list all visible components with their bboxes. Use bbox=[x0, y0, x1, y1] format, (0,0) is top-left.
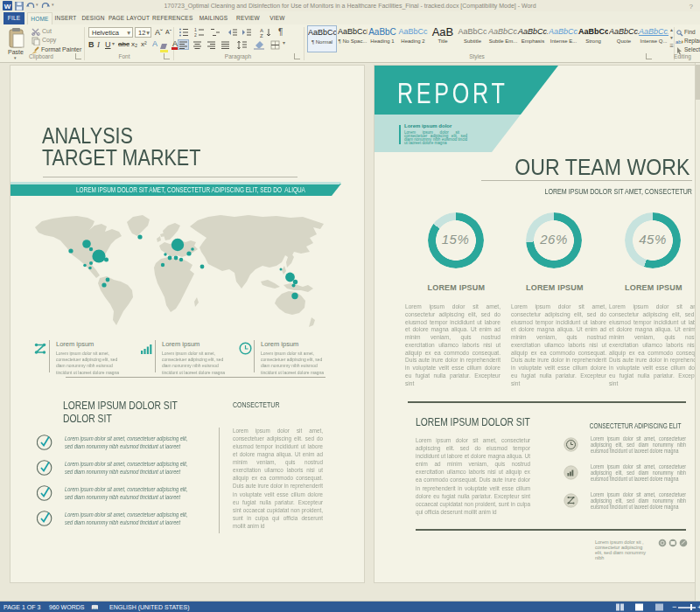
svg-text:Z: Z bbox=[260, 33, 263, 38]
svg-text:2: 2 bbox=[194, 32, 197, 37]
svg-text:ab: ab bbox=[676, 39, 682, 45]
